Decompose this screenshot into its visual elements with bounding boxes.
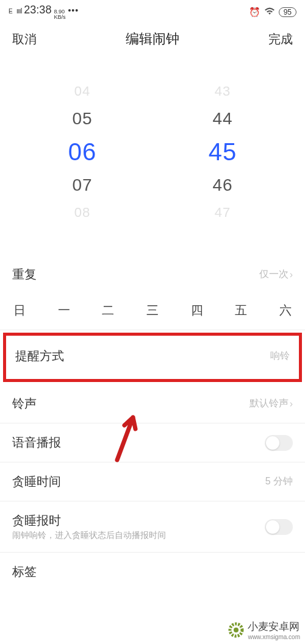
picker-item[interactable]: 44	[212, 109, 232, 129]
row-label: 贪睡时间	[12, 473, 61, 490]
row-label: 贪睡报时	[12, 512, 166, 529]
svg-point-1	[234, 628, 239, 632]
more-icon: •••	[68, 5, 79, 15]
minute-column[interactable]: 43 44 45 46 47	[209, 79, 237, 225]
picker-item[interactable]: 46	[212, 175, 232, 195]
gear-icon	[227, 621, 245, 639]
picker-item[interactable]: 04	[74, 83, 90, 99]
row-value: 默认铃声 ›	[249, 397, 293, 410]
done-button[interactable]: 完成	[268, 31, 293, 48]
chevron-right-icon: ›	[290, 269, 293, 280]
settings-list: 重复 仅一次 › 日 一 二 三 四 五 六 提醒方式 响铃 铃声 默认铃声 ›…	[0, 255, 305, 591]
watermark: 小麦安卓网 www.xmsigma.com	[227, 620, 300, 640]
hour-column[interactable]: 04 05 06 07 08	[68, 79, 97, 225]
day-mon[interactable]: 一	[58, 302, 70, 319]
signal-type: E	[9, 8, 13, 15]
day-tue[interactable]: 二	[102, 302, 114, 319]
tag-row[interactable]: 标签	[0, 553, 305, 591]
row-label: 铃声	[12, 395, 37, 412]
nav-bar: 取消 编辑闹钟 完成	[0, 21, 305, 54]
status-time: 23:38	[24, 4, 51, 16]
net-speed: 8.90 KB/s	[54, 9, 65, 20]
time-picker[interactable]: 04 05 06 07 08 43 44 45 46 47	[0, 54, 305, 237]
row-label: 重复	[12, 266, 37, 283]
row-label: 语音播报	[12, 434, 61, 451]
row-value: 仅一次 ›	[259, 268, 293, 281]
signal-icon: ıııl	[16, 7, 22, 15]
chevron-right-icon: ›	[290, 398, 293, 409]
row-sublabel: 闹钟响铃，进入贪睡状态后自动播报时间	[12, 530, 166, 541]
alarm-icon: ⏰	[249, 7, 260, 18]
page-title: 编辑闹钟	[126, 30, 179, 48]
snooze-report-row[interactable]: 贪睡报时 闹钟响铃，进入贪睡状态后自动播报时间	[0, 501, 305, 552]
day-thu[interactable]: 四	[191, 302, 203, 319]
day-sun[interactable]: 日	[13, 302, 26, 319]
picker-item[interactable]: 43	[215, 83, 231, 99]
wifi-icon	[264, 7, 275, 17]
picker-item-selected[interactable]: 45	[209, 138, 237, 166]
battery-icon: 95	[279, 7, 296, 17]
repeat-row[interactable]: 重复 仅一次 ›	[0, 255, 305, 294]
picker-item[interactable]: 05	[72, 109, 92, 129]
watermark-url: www.xmsigma.com	[248, 634, 300, 640]
status-bar: E ıııl 23:38 8.90 KB/s ••• ⏰ 95	[0, 0, 305, 21]
snooze-report-toggle[interactable]	[265, 519, 293, 535]
cancel-button[interactable]: 取消	[12, 31, 37, 48]
watermark-text: 小麦安卓网	[248, 621, 300, 632]
day-sat[interactable]: 六	[279, 302, 292, 319]
picker-item[interactable]: 07	[72, 175, 92, 195]
row-value: 响铃	[270, 350, 290, 363]
day-wed[interactable]: 三	[146, 302, 159, 319]
picker-item[interactable]: 08	[74, 205, 90, 221]
reminder-row[interactable]: 提醒方式 响铃	[3, 333, 302, 382]
picker-item-selected[interactable]: 06	[68, 138, 97, 166]
voice-toggle[interactable]	[265, 435, 293, 451]
row-label: 标签	[12, 564, 37, 580]
picker-item[interactable]: 47	[215, 205, 231, 221]
days-row: 日 一 二 三 四 五 六	[0, 294, 305, 330]
voice-row[interactable]: 语音播报	[0, 423, 305, 462]
day-fri[interactable]: 五	[235, 302, 247, 319]
snooze-time-row[interactable]: 贪睡时间 5 分钟	[0, 462, 305, 501]
row-value: 5 分钟	[265, 475, 293, 488]
ringtone-row[interactable]: 铃声 默认铃声 ›	[0, 384, 305, 423]
row-label: 提醒方式	[15, 348, 64, 364]
